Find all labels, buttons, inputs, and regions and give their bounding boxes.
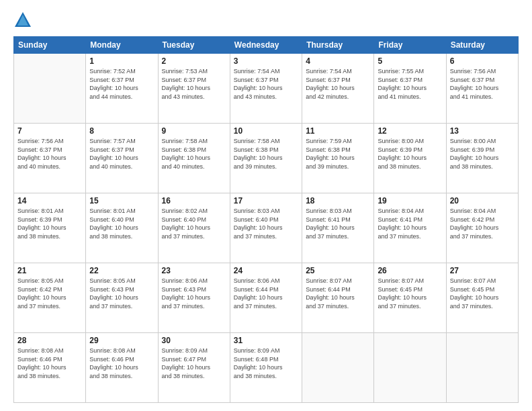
day-cell: 31Sunrise: 8:09 AM Sunset: 6:48 PM Dayli…	[230, 333, 302, 403]
day-number: 18	[306, 196, 370, 205]
day-info: Sunrise: 8:07 AM Sunset: 6:45 PM Dayligh…	[378, 277, 427, 310]
logo-icon	[13, 11, 32, 30]
day-cell: 17Sunrise: 8:03 AM Sunset: 6:40 PM Dayli…	[230, 193, 302, 263]
day-cell: 18Sunrise: 8:03 AM Sunset: 6:41 PM Dayli…	[302, 193, 374, 263]
day-cell: 4Sunrise: 7:54 AM Sunset: 6:37 PM Daylig…	[302, 54, 374, 124]
day-number: 22	[89, 266, 154, 275]
day-number: 4	[306, 56, 370, 66]
day-number: 17	[234, 196, 298, 205]
day-info: Sunrise: 8:05 AM Sunset: 6:42 PM Dayligh…	[17, 277, 66, 310]
day-number: 16	[162, 196, 226, 205]
day-info: Sunrise: 8:09 AM Sunset: 6:47 PM Dayligh…	[162, 347, 211, 379]
day-info: Sunrise: 8:04 AM Sunset: 6:42 PM Dayligh…	[450, 208, 499, 240]
day-cell: 29Sunrise: 8:08 AM Sunset: 6:46 PM Dayli…	[86, 333, 158, 403]
day-info: Sunrise: 7:56 AM Sunset: 6:37 PM Dayligh…	[17, 138, 66, 170]
day-cell: 2Sunrise: 7:53 AM Sunset: 6:37 PM Daylig…	[158, 54, 230, 124]
day-info: Sunrise: 8:04 AM Sunset: 6:41 PM Dayligh…	[378, 208, 427, 240]
week-row-1: 1Sunrise: 7:52 AM Sunset: 6:37 PM Daylig…	[14, 54, 519, 124]
day-number: 30	[162, 336, 226, 345]
day-cell: 1Sunrise: 7:52 AM Sunset: 6:37 PM Daylig…	[86, 54, 158, 124]
week-row-3: 14Sunrise: 8:01 AM Sunset: 6:39 PM Dayli…	[14, 193, 519, 263]
day-cell: 24Sunrise: 8:06 AM Sunset: 6:44 PM Dayli…	[230, 263, 302, 333]
weekday-header-saturday: Saturday	[446, 37, 518, 54]
day-cell: 13Sunrise: 8:00 AM Sunset: 6:39 PM Dayli…	[446, 124, 518, 193]
weekday-header-tuesday: Tuesday	[158, 37, 230, 54]
day-info: Sunrise: 8:01 AM Sunset: 6:39 PM Dayligh…	[17, 208, 66, 240]
day-cell: 11Sunrise: 7:59 AM Sunset: 6:38 PM Dayli…	[302, 124, 374, 193]
week-row-2: 7Sunrise: 7:56 AM Sunset: 6:37 PM Daylig…	[14, 124, 519, 193]
day-cell: 20Sunrise: 8:04 AM Sunset: 6:42 PM Dayli…	[446, 193, 518, 263]
day-number: 9	[162, 126, 226, 136]
day-cell: 30Sunrise: 8:09 AM Sunset: 6:47 PM Dayli…	[158, 333, 230, 403]
day-cell	[302, 333, 374, 403]
day-info: Sunrise: 8:03 AM Sunset: 6:41 PM Dayligh…	[306, 208, 355, 240]
day-number: 20	[450, 196, 515, 205]
day-info: Sunrise: 8:05 AM Sunset: 6:43 PM Dayligh…	[89, 277, 138, 310]
day-number: 5	[378, 56, 442, 66]
day-cell: 21Sunrise: 8:05 AM Sunset: 6:42 PM Dayli…	[14, 263, 86, 333]
weekday-header-row: SundayMondayTuesdayWednesdayThursdayFrid…	[14, 37, 519, 54]
day-info: Sunrise: 8:02 AM Sunset: 6:40 PM Dayligh…	[162, 208, 211, 240]
day-number: 15	[89, 196, 154, 205]
day-info: Sunrise: 8:06 AM Sunset: 6:44 PM Dayligh…	[234, 277, 283, 310]
day-number: 2	[162, 56, 226, 66]
day-info: Sunrise: 8:00 AM Sunset: 6:39 PM Dayligh…	[378, 138, 427, 170]
day-number: 3	[234, 56, 298, 66]
week-row-5: 28Sunrise: 8:08 AM Sunset: 6:46 PM Dayli…	[14, 333, 519, 403]
day-number: 19	[378, 196, 442, 205]
day-cell: 5Sunrise: 7:55 AM Sunset: 6:37 PM Daylig…	[374, 54, 446, 124]
logo	[13, 11, 35, 30]
weekday-header-friday: Friday	[374, 37, 446, 54]
day-number: 6	[450, 56, 515, 66]
day-cell: 19Sunrise: 8:04 AM Sunset: 6:41 PM Dayli…	[374, 193, 446, 263]
day-info: Sunrise: 8:06 AM Sunset: 6:43 PM Dayligh…	[162, 277, 211, 310]
day-info: Sunrise: 8:07 AM Sunset: 6:45 PM Dayligh…	[450, 277, 499, 310]
day-number: 26	[378, 266, 442, 275]
day-number: 28	[17, 336, 82, 345]
day-cell: 3Sunrise: 7:54 AM Sunset: 6:37 PM Daylig…	[230, 54, 302, 124]
page: SundayMondayTuesdayWednesdayThursdayFrid…	[0, 0, 532, 411]
day-cell: 27Sunrise: 8:07 AM Sunset: 6:45 PM Dayli…	[446, 263, 518, 333]
day-cell: 12Sunrise: 8:00 AM Sunset: 6:39 PM Dayli…	[374, 124, 446, 193]
weekday-header-thursday: Thursday	[302, 37, 374, 54]
day-info: Sunrise: 8:07 AM Sunset: 6:44 PM Dayligh…	[306, 277, 355, 310]
day-info: Sunrise: 8:08 AM Sunset: 6:46 PM Dayligh…	[89, 347, 138, 379]
day-number: 29	[89, 336, 154, 345]
day-info: Sunrise: 7:57 AM Sunset: 6:37 PM Dayligh…	[89, 138, 138, 170]
day-number: 23	[162, 266, 226, 275]
day-info: Sunrise: 7:54 AM Sunset: 6:37 PM Dayligh…	[234, 68, 283, 100]
day-cell	[14, 54, 86, 124]
day-cell	[446, 333, 518, 403]
day-number: 11	[306, 126, 370, 136]
day-cell: 25Sunrise: 8:07 AM Sunset: 6:44 PM Dayli…	[302, 263, 374, 333]
day-number: 14	[17, 196, 82, 205]
day-info: Sunrise: 8:00 AM Sunset: 6:39 PM Dayligh…	[450, 138, 499, 170]
day-cell: 28Sunrise: 8:08 AM Sunset: 6:46 PM Dayli…	[14, 333, 86, 403]
day-cell: 16Sunrise: 8:02 AM Sunset: 6:40 PM Dayli…	[158, 193, 230, 263]
day-number: 12	[378, 126, 442, 136]
day-number: 21	[17, 266, 82, 275]
day-cell: 9Sunrise: 7:58 AM Sunset: 6:38 PM Daylig…	[158, 124, 230, 193]
day-info: Sunrise: 7:59 AM Sunset: 6:38 PM Dayligh…	[306, 138, 355, 170]
day-info: Sunrise: 8:09 AM Sunset: 6:48 PM Dayligh…	[234, 347, 283, 379]
day-info: Sunrise: 7:53 AM Sunset: 6:37 PM Dayligh…	[162, 68, 211, 100]
day-number: 8	[89, 126, 154, 136]
day-number: 27	[450, 266, 515, 275]
day-info: Sunrise: 8:08 AM Sunset: 6:46 PM Dayligh…	[17, 347, 66, 379]
day-cell: 10Sunrise: 7:58 AM Sunset: 6:38 PM Dayli…	[230, 124, 302, 193]
day-cell	[374, 333, 446, 403]
day-cell: 26Sunrise: 8:07 AM Sunset: 6:45 PM Dayli…	[374, 263, 446, 333]
weekday-header-sunday: Sunday	[14, 37, 86, 54]
day-info: Sunrise: 7:55 AM Sunset: 6:37 PM Dayligh…	[378, 68, 427, 100]
day-number: 31	[234, 336, 298, 345]
day-cell: 8Sunrise: 7:57 AM Sunset: 6:37 PM Daylig…	[86, 124, 158, 193]
day-info: Sunrise: 7:58 AM Sunset: 6:38 PM Dayligh…	[162, 138, 211, 170]
day-info: Sunrise: 7:56 AM Sunset: 6:37 PM Dayligh…	[450, 68, 499, 100]
weekday-header-monday: Monday	[86, 37, 158, 54]
day-cell: 22Sunrise: 8:05 AM Sunset: 6:43 PM Dayli…	[86, 263, 158, 333]
day-cell: 15Sunrise: 8:01 AM Sunset: 6:40 PM Dayli…	[86, 193, 158, 263]
day-cell: 23Sunrise: 8:06 AM Sunset: 6:43 PM Dayli…	[158, 263, 230, 333]
day-cell: 14Sunrise: 8:01 AM Sunset: 6:39 PM Dayli…	[14, 193, 86, 263]
week-row-4: 21Sunrise: 8:05 AM Sunset: 6:42 PM Dayli…	[14, 263, 519, 333]
weekday-header-wednesday: Wednesday	[230, 37, 302, 54]
